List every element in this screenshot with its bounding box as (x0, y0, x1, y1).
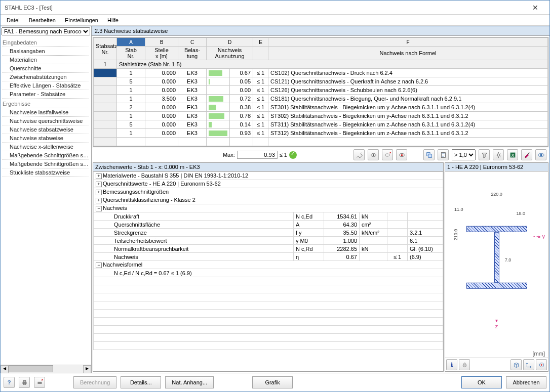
svg-rect-18 (37, 381, 42, 383)
main-panel: 2.3 Nachweise stabsatzweise StabsatzNr. … (92, 26, 549, 373)
view-3d-icon[interactable] (510, 359, 522, 370)
tool-excel-icon[interactable]: X (507, 149, 518, 160)
profile-title: 1 - HE A 220 | Euronorm 53-62 (445, 163, 548, 171)
col-letter-F[interactable]: F (268, 38, 548, 47)
info-icon[interactable]: ℹ (446, 359, 457, 370)
export-icon[interactable] (34, 377, 45, 388)
tool-visibility-icon[interactable] (535, 149, 546, 160)
menu-bearbeiten[interactable]: Bearbeiten (25, 16, 60, 24)
tree-item[interactable]: Querschnitte (3, 64, 89, 73)
svg-point-8 (497, 154, 500, 156)
tree-item[interactable]: Basisangaben (3, 47, 89, 56)
table-row[interactable]: 20.000EK30.38≤ 1ST301) Stabilitätsnachwe… (94, 103, 548, 112)
tree-item[interactable]: Nachweise x-stellenweise (3, 143, 89, 151)
svg-point-4 (401, 154, 402, 155)
tree-item[interactable]: Maßgebende Schnittgrößen stabweise (3, 151, 89, 160)
table-row[interactable]: 50.000EK30.14≤ 1ST311) Stabilitätsnachwe… (94, 120, 548, 129)
tool-settings-icon[interactable] (493, 149, 504, 160)
col-stelle[interactable]: Stellex [m] (145, 47, 178, 60)
intermediate-values: Zwischenwerte - Stab 1 - x: 0.000 m - EK… (93, 162, 444, 372)
detail-title: Zwischenwerte - Stab 1 - x: 0.000 m - EK… (93, 163, 443, 171)
tree-item[interactable]: Materialien (3, 56, 89, 64)
table-row[interactable]: 10.000EK30.78≤ 1ST302) Stabilitätsnachwe… (94, 112, 548, 120)
svg-rect-16 (23, 380, 26, 381)
nav-tree: Eingabedaten Basisangaben Materialien Qu… (1, 36, 91, 365)
svg-point-13 (463, 364, 466, 367)
details-button[interactable]: Details... (121, 376, 161, 388)
titlebar: STAHL EC3 - [Test] ✕ (1, 1, 549, 15)
col-letter-E[interactable]: E (253, 38, 268, 47)
scroll-left-icon[interactable]: ◀ (1, 365, 9, 373)
table-row[interactable]: 10.000EK30.67≤ 1CS102) Querschnittsnachw… (94, 69, 548, 77)
profile-unit: [mm] (445, 350, 548, 358)
col-belastung[interactable]: Belas-tung (178, 47, 207, 60)
svg-point-12 (540, 154, 542, 156)
col-letter-C[interactable]: C (178, 38, 207, 47)
tool-filter-icon[interactable] (479, 149, 490, 160)
svg-rect-6 (428, 154, 431, 157)
table-row[interactable]: 13.500EK30.72≤ 1CS181) Querschnittsnachw… (94, 95, 548, 103)
scroll-right-icon[interactable]: ▶ (83, 365, 91, 373)
tree-item[interactable]: Effektive Längen - Stabsätze (3, 81, 89, 90)
print-icon[interactable] (19, 377, 30, 388)
column-letters: StabsatzNr. A B C D E F (94, 38, 548, 47)
col-stabsatz[interactable]: StabsatzNr. (94, 38, 117, 60)
close-button[interactable]: ✕ (525, 1, 545, 14)
dim-r: 18.0 (516, 211, 525, 216)
detail-area: Zwischenwerte - Stab 1 - x: 0.000 m - EK… (93, 162, 548, 372)
svg-rect-17 (23, 383, 26, 384)
table-row[interactable]: 10.000EK30.00≤ 1CS126) Querschnittsnachw… (94, 86, 548, 95)
navigator-panel: FA1 - Bemessung nach Eurocod Eingabedate… (1, 26, 92, 373)
column-headers: StabNr. Stellex [m] Belas-tung NachweisA… (94, 47, 548, 60)
tool-eye2-icon[interactable] (396, 149, 407, 160)
menubar: Datei Bearbeiten Einstellungen Hilfe (1, 15, 549, 26)
tree-item[interactable]: Nachweise querschnittsweise (3, 117, 89, 125)
table-row[interactable]: 10.000EK30.93≤ 1ST312) Stabilitätsnachwe… (94, 129, 548, 138)
col-nachweis-ausnutzung[interactable]: NachweisAusnutzung (207, 47, 253, 60)
abbrechen-button[interactable]: Abbrechen (506, 376, 546, 388)
col-stab[interactable]: StabNr. (117, 47, 145, 60)
scale-select[interactable]: > 1,0 (452, 149, 476, 160)
window-title: STAHL EC3 - [Test] (5, 5, 525, 11)
col-letter-D[interactable]: D (207, 38, 253, 47)
tool-brush-icon[interactable] (521, 149, 532, 160)
tool-eye1-icon[interactable] (368, 149, 379, 160)
profile-canvas: 220.0 11.0 18.0 210.0 7.0 ····▸ y ▾z (445, 171, 548, 350)
max-value: 0.93 (237, 151, 278, 159)
menu-hilfe[interactable]: Hilfe (103, 16, 123, 24)
tree-item[interactable]: Nachweise lastfallweise (3, 108, 89, 117)
menu-datei[interactable]: Datei (3, 16, 24, 24)
col-formel[interactable]: Nachweis nach Formel (268, 47, 548, 60)
tool-eye-arrow-icon[interactable] (382, 149, 393, 160)
tree-item[interactable]: Nachweise stabweise (3, 134, 89, 143)
svg-point-1 (372, 154, 374, 155)
ok-button[interactable]: OK (461, 376, 502, 388)
tree-item[interactable]: Parameter - Stabsätze (3, 90, 89, 99)
surface-icon[interactable] (459, 359, 470, 370)
axes-icon[interactable] (523, 359, 534, 370)
nav-scrollbar[interactable]: ◀ ▶ (1, 365, 91, 373)
tool-cascade-icon[interactable] (423, 149, 435, 160)
tool-pipette-icon[interactable] (353, 149, 365, 160)
section-title: 2.3 Nachweise stabsatzweise (92, 26, 549, 36)
tree-item[interactable]: Stückliste stabsatzweise (3, 168, 89, 177)
col-letter-B[interactable]: B (145, 38, 178, 47)
loadcase-select[interactable]: FA1 - Bemessung nach Eurocod (2, 27, 90, 35)
grafik-button[interactable]: Grafik (252, 376, 293, 388)
help-icon[interactable]: ? (4, 377, 15, 388)
stress-icon[interactable] (536, 359, 547, 370)
ok-icon (289, 151, 297, 159)
dim-tf: 11.0 (454, 207, 463, 212)
tree-item[interactable]: Maßgebende Schnittgrößen stabsatzweise (3, 160, 89, 168)
col-e[interactable] (253, 47, 268, 60)
tree-item[interactable]: Nachweise stabsatzweise (3, 125, 89, 134)
grid-toolbar: Max: 0.93 ≤ 1 > 1,0 X (92, 148, 549, 161)
nat-anhang-button[interactable]: Nat. Anhang... (165, 376, 214, 388)
menu-einstellungen[interactable]: Einstellungen (61, 16, 102, 24)
berechnung-button[interactable]: Berechnung (73, 376, 116, 388)
col-letter-A[interactable]: A (117, 38, 145, 47)
tree-item[interactable]: Zwischenabstützungen (3, 73, 89, 81)
tool-document-icon[interactable] (438, 149, 449, 160)
tree-group-eingabedaten: Eingabedaten (3, 38, 89, 47)
table-row[interactable]: 50.000EK30.05≤ 1CS121) Querschnittsnachw… (94, 77, 548, 86)
